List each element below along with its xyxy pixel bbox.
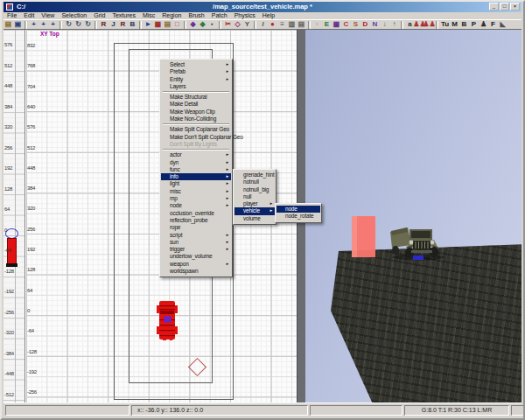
- menubar-item[interactable]: Patch: [208, 12, 231, 19]
- model-m-icon[interactable]: M: [450, 20, 459, 29]
- ground-platform[interactable]: [305, 30, 522, 406]
- player-icon[interactable]: ♟: [479, 20, 488, 29]
- submenu-item[interactable]: null: [234, 193, 275, 200]
- context-menu-item[interactable]: rope: [161, 224, 231, 231]
- x-axis-rotate-icon[interactable]: ↻: [64, 20, 74, 29]
- entity-view-icon[interactable]: ◆: [198, 20, 207, 29]
- brush-b-icon[interactable]: B: [459, 20, 469, 29]
- texture-tu-icon[interactable]: Tu: [440, 20, 450, 29]
- x-axis-flip-icon[interactable]: +: [29, 20, 38, 29]
- camera-3d-view[interactable]: [305, 30, 522, 406]
- csg-subtract-icon[interactable]: ▦: [153, 20, 163, 29]
- context-menu-item[interactable]: script ►: [161, 232, 231, 239]
- console-icon[interactable]: ▪: [207, 20, 217, 29]
- menubar-item[interactable]: Misc: [139, 12, 158, 19]
- edge-mode-icon[interactable]: Y: [242, 20, 252, 29]
- context-menu-item[interactable]: Make Don't Split Coplanar Geo: [161, 134, 231, 141]
- select-partial-tall-icon[interactable]: R: [118, 20, 128, 29]
- nodraw-n-icon[interactable]: N: [370, 20, 380, 29]
- open-file-icon[interactable]: ▤: [4, 20, 13, 29]
- menubar-item[interactable]: Help: [259, 12, 278, 19]
- context-menu-item[interactable]: node ►: [161, 202, 231, 209]
- submenu-item[interactable]: vehicle ►: [234, 207, 275, 214]
- context-menu-item[interactable]: dyn ►: [161, 159, 231, 166]
- menubar-item[interactable]: Region: [158, 12, 185, 19]
- restore-button[interactable]: □: [500, 3, 509, 10]
- hollow-icon[interactable]: ▤: [163, 20, 172, 29]
- menubar-item[interactable]: Edit: [20, 12, 38, 19]
- entity-e-icon[interactable]: E: [322, 20, 332, 29]
- model-window-icon[interactable]: ▦: [332, 20, 341, 29]
- select-touching-icon[interactable]: J: [108, 20, 118, 29]
- context-menu-item[interactable]: reflection_probe: [161, 217, 231, 224]
- select-inside-icon[interactable]: B: [128, 20, 137, 29]
- subsubmenu-item[interactable]: node_rotate: [276, 213, 320, 220]
- vehicle-node-box[interactable]: [352, 216, 375, 257]
- context-menu-item[interactable]: func ►: [161, 166, 231, 173]
- bend-tool-icon[interactable]: ▤: [297, 20, 306, 29]
- context-menu-item[interactable]: undertow_volume: [161, 253, 231, 260]
- vertex-mode-icon[interactable]: ◇: [233, 20, 242, 29]
- subsubmenu-item[interactable]: node: [276, 206, 320, 213]
- clipper-icon[interactable]: □: [172, 20, 182, 29]
- submenu-item[interactable]: notnull: [234, 178, 275, 186]
- actors-pair2-icon[interactable]: ♟♟: [424, 20, 434, 29]
- z-window[interactable]: 576512448384320256192128640-64-128-192-2…: [4, 30, 25, 406]
- context-menu-item[interactable]: occlusion_override: [161, 210, 231, 217]
- csg-merge-icon[interactable]: ►: [144, 20, 153, 29]
- context-menu-item[interactable]: Make Weapon Clip: [161, 108, 231, 116]
- context-menu-item[interactable]: Make Structural: [161, 94, 231, 101]
- select-complete-tall-icon[interactable]: R: [99, 20, 108, 29]
- context-menu-item[interactable]: worldspawn: [161, 268, 231, 275]
- context-menu-item[interactable]: Make Split Coplanar Geo: [161, 126, 231, 133]
- filter-f-icon[interactable]: F: [488, 20, 498, 29]
- close-button[interactable]: ×: [510, 3, 520, 10]
- context-menu-item[interactable]: light ►: [161, 180, 231, 187]
- context-menu-item[interactable]: misc ►: [161, 188, 231, 195]
- submenu-item[interactable]: player ►: [234, 200, 275, 207]
- context-menu-item[interactable]: weapon ►: [161, 261, 231, 268]
- context-menu-item[interactable]: info ►: [161, 173, 231, 180]
- title-bar[interactable]: C:/ /map_source/test_vehicle.map * _ □ ×: [4, 2, 522, 12]
- y-axis-rotate-icon[interactable]: ↻: [74, 20, 83, 29]
- y-axis-flip-icon[interactable]: +: [38, 20, 48, 29]
- context-menu-item[interactable]: Entity ►: [161, 76, 231, 83]
- patch-p-icon[interactable]: P: [469, 20, 479, 29]
- cap-tool-icon[interactable]: ▥: [287, 20, 297, 29]
- context-menu-item[interactable]: Select ►: [161, 61, 231, 68]
- context-menu-item[interactable]: mp ►: [161, 195, 231, 202]
- line-tool-icon[interactable]: /: [258, 20, 268, 29]
- menubar-item[interactable]: Selection: [58, 12, 90, 19]
- menubar-item[interactable]: View: [38, 12, 58, 19]
- context-menu-item[interactable]: Prefab ►: [161, 68, 231, 75]
- light-tool-icon[interactable]: ▫: [312, 20, 322, 29]
- menubar-item[interactable]: Brush: [185, 12, 207, 19]
- menubar-item[interactable]: File: [4, 12, 20, 19]
- script-s-icon[interactable]: S: [351, 20, 360, 29]
- detail-d-icon[interactable]: D: [360, 20, 370, 29]
- minimize-button[interactable]: _: [489, 3, 499, 10]
- selected-vehicle-2d[interactable]: [155, 298, 179, 342]
- raise-selection-icon[interactable]: ↑: [389, 20, 399, 29]
- z-axis-rotate-icon[interactable]: ↻: [83, 20, 93, 29]
- jeep-model[interactable]: [388, 224, 448, 261]
- point-tool-icon[interactable]: ●: [268, 20, 277, 29]
- context-menu-item[interactable]: Make Non-Colliding: [161, 116, 231, 122]
- context-menu-item[interactable]: Layers: [161, 83, 231, 90]
- context-menu-item[interactable]: sun ►: [161, 239, 231, 246]
- submenu-item[interactable]: volume: [234, 215, 275, 222]
- menubar-item[interactable]: Physics: [231, 12, 259, 19]
- save-file-icon[interactable]: ▣: [13, 20, 23, 29]
- lower-selection-icon[interactable]: ↓: [380, 20, 389, 29]
- submenu-item[interactable]: notnull_big: [234, 186, 275, 193]
- context-menu-item[interactable]: Make Detail: [161, 101, 231, 108]
- menubar-item[interactable]: Textures: [108, 12, 138, 19]
- cut-icon[interactable]: ✂: [223, 20, 233, 29]
- texture-view-icon[interactable]: ◆: [188, 20, 198, 29]
- z-axis-flip-icon[interactable]: +: [48, 20, 58, 29]
- patch-tool-icon[interactable]: ≡: [277, 20, 287, 29]
- cone-icon[interactable]: ◣: [498, 20, 508, 29]
- context-menu-item[interactable]: actor ►: [161, 151, 231, 158]
- menubar-item[interactable]: Grid: [90, 12, 108, 19]
- context-menu-item[interactable]: Don't Split By Lights: [161, 141, 231, 148]
